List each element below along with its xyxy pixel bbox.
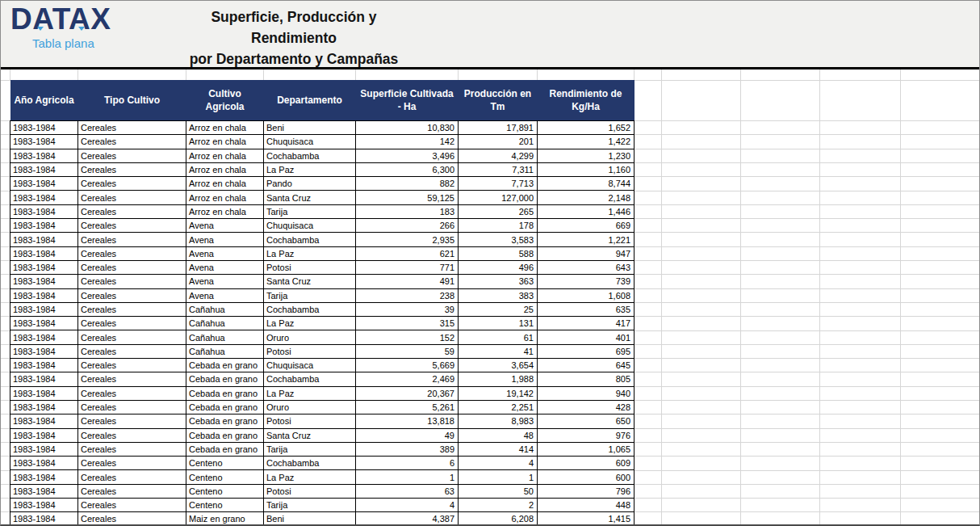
table-cell[interactable]: 669 (538, 219, 634, 233)
table-cell[interactable]: 2,469 (356, 372, 459, 386)
table-cell[interactable]: Chuquisaca (264, 135, 356, 149)
table-cell[interactable]: Cañahua (186, 317, 264, 330)
table-cell[interactable]: 1983-1984 (10, 121, 78, 135)
table-cell[interactable]: Potosi (264, 260, 356, 274)
table-cell[interactable]: 7,311 (459, 162, 538, 176)
table-cell[interactable]: Cebada en grano (186, 414, 264, 428)
table-cell[interactable]: Cochabamba (264, 149, 356, 162)
table-cell[interactable]: 1,221 (538, 233, 634, 246)
table-cell[interactable]: Centeno (186, 470, 264, 484)
table-cell[interactable]: Cañahua (186, 330, 264, 344)
table-cell[interactable]: 315 (356, 317, 459, 330)
table-cell[interactable]: 609 (538, 457, 634, 470)
column-header-rendimiento[interactable]: Rendimiento de Kg/Ha (538, 80, 634, 121)
table-cell[interactable]: 50 (459, 484, 538, 498)
table-cell[interactable]: 1983-1984 (10, 317, 78, 330)
table-cell[interactable]: Cereales (78, 400, 186, 414)
table-cell[interactable]: 2,148 (538, 191, 634, 204)
table-cell[interactable]: Cereales (78, 499, 186, 512)
table-cell[interactable]: 4 (459, 457, 538, 470)
table-cell[interactable]: Arroz en chala (186, 162, 264, 176)
table-cell[interactable]: 976 (538, 428, 634, 442)
table-cell[interactable]: 1983-1984 (10, 330, 78, 344)
column-header-departamento[interactable]: Departamento (264, 80, 356, 121)
table-cell[interactable]: 6,208 (459, 512, 538, 526)
column-header-cultivo-agricola[interactable]: Cultivo Agricola (186, 80, 264, 121)
table-cell[interactable]: 771 (356, 260, 459, 274)
table-cell[interactable]: Cereales (78, 275, 186, 288)
table-cell[interactable]: 4 (356, 499, 459, 512)
table-cell[interactable]: 20,367 (356, 386, 459, 400)
table-cell[interactable]: 8,983 (459, 414, 538, 428)
table-cell[interactable]: La Paz (264, 386, 356, 400)
table-cell[interactable]: La Paz (264, 470, 356, 484)
table-cell[interactable]: La Paz (264, 246, 356, 260)
table-cell[interactable]: Avena (186, 288, 264, 302)
table-cell[interactable]: 1983-1984 (10, 162, 78, 176)
table-cell[interactable]: 1 (459, 470, 538, 484)
table-cell[interactable]: 414 (459, 442, 538, 456)
table-cell[interactable]: 600 (538, 470, 634, 484)
table-cell[interactable]: Centeno (186, 499, 264, 512)
table-cell[interactable]: 127,000 (459, 191, 538, 204)
table-cell[interactable]: 1,608 (538, 288, 634, 302)
table-cell[interactable]: Cereales (78, 204, 186, 218)
table-cell[interactable]: Santa Cruz (264, 275, 356, 288)
table-cell[interactable]: La Paz (264, 317, 356, 330)
table-cell[interactable]: 363 (459, 275, 538, 288)
table-cell[interactable]: Tarija (264, 442, 356, 456)
table-cell[interactable]: 621 (356, 246, 459, 260)
table-cell[interactable]: Cereales (78, 386, 186, 400)
table-cell[interactable]: 805 (538, 372, 634, 386)
table-cell[interactable]: Cereales (78, 359, 186, 372)
column-header-tipo-cultivo[interactable]: Tipo Cultivo (78, 80, 186, 121)
table-cell[interactable]: 739 (538, 275, 634, 288)
table-cell[interactable]: Arroz en chala (186, 191, 264, 204)
table-cell[interactable]: Cebada en grano (186, 400, 264, 414)
table-cell[interactable]: Arroz en chala (186, 177, 264, 191)
table-cell[interactable]: Cochabamba (264, 233, 356, 246)
table-cell[interactable]: Cebada en grano (186, 428, 264, 442)
table-cell[interactable]: 131 (459, 317, 538, 330)
table-cell[interactable]: 1983-1984 (10, 386, 78, 400)
table-cell[interactable]: 17,891 (459, 121, 538, 135)
table-cell[interactable]: Tarija (264, 288, 356, 302)
table-cell[interactable]: Cereales (78, 457, 186, 470)
table-cell[interactable]: 5,669 (356, 359, 459, 372)
table-cell[interactable]: 178 (459, 219, 538, 233)
table-cell[interactable]: Avena (186, 219, 264, 233)
table-cell[interactable]: Cebada en grano (186, 386, 264, 400)
table-cell[interactable]: 643 (538, 260, 634, 274)
table-cell[interactable]: 389 (356, 442, 459, 456)
table-cell[interactable]: 1983-1984 (10, 219, 78, 233)
table-cell[interactable]: Cereales (78, 246, 186, 260)
table-cell[interactable]: 1983-1984 (10, 260, 78, 274)
table-cell[interactable]: Santa Cruz (264, 428, 356, 442)
table-cell[interactable]: 49 (356, 428, 459, 442)
table-cell[interactable]: Cañahua (186, 344, 264, 358)
table-cell[interactable]: Centeno (186, 457, 264, 470)
table-cell[interactable]: 1983-1984 (10, 414, 78, 428)
table-cell[interactable]: 1983-1984 (10, 191, 78, 204)
table-cell[interactable]: 1,652 (538, 121, 634, 135)
table-cell[interactable]: La Paz (264, 162, 356, 176)
table-cell[interactable]: 1983-1984 (10, 246, 78, 260)
table-cell[interactable]: 1,065 (538, 442, 634, 456)
table-cell[interactable]: 1983-1984 (10, 204, 78, 218)
table-cell[interactable]: 1,446 (538, 204, 634, 218)
table-cell[interactable]: Cochabamba (264, 457, 356, 470)
table-cell[interactable]: Beni (264, 121, 356, 135)
table-cell[interactable]: 6,300 (356, 162, 459, 176)
table-cell[interactable]: Cereales (78, 121, 186, 135)
table-cell[interactable]: 2,251 (459, 400, 538, 414)
table-cell[interactable]: 1983-1984 (10, 457, 78, 470)
table-cell[interactable]: 4,299 (459, 149, 538, 162)
table-cell[interactable]: 383 (459, 288, 538, 302)
table-cell[interactable]: Cochabamba (264, 372, 356, 386)
table-cell[interactable]: 3,583 (459, 233, 538, 246)
table-cell[interactable]: Cereales (78, 233, 186, 246)
table-cell[interactable]: 7,713 (459, 177, 538, 191)
table-cell[interactable]: 1,230 (538, 149, 634, 162)
table-cell[interactable]: Cañahua (186, 302, 264, 316)
table-cell[interactable]: 1983-1984 (10, 400, 78, 414)
